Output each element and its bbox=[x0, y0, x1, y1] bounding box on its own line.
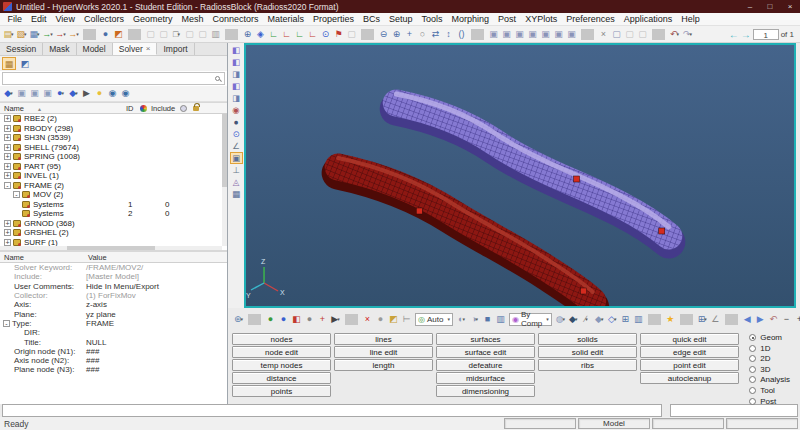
property-row[interactable]: Title: NULL bbox=[0, 337, 227, 346]
secondary-input[interactable] bbox=[670, 404, 798, 417]
toolbar-icon[interactable]: ▣▾ bbox=[552, 27, 565, 41]
menu-item[interactable]: Connectors bbox=[208, 14, 263, 24]
toolbar-icon[interactable]: ▢▾ bbox=[183, 27, 196, 41]
panel-button[interactable]: midsurface bbox=[436, 372, 535, 384]
view-tool-icon[interactable]: ●▾ bbox=[303, 312, 316, 326]
system-marker-4[interactable] bbox=[581, 288, 587, 294]
tree-row[interactable]: - MOV (2) bbox=[0, 190, 227, 200]
toolbar-icon[interactable]: ▣▾ bbox=[526, 27, 539, 41]
toolbar-icon[interactable]: ▢▾ bbox=[610, 27, 623, 41]
view-strip-icon[interactable]: ◧ bbox=[230, 80, 243, 92]
toolbar-icon[interactable]: ⚑▾ bbox=[332, 27, 345, 41]
toolbar-icon[interactable]: ▢▾ bbox=[196, 27, 209, 41]
tab-close-icon[interactable]: × bbox=[146, 44, 151, 53]
toolbar-icon[interactable]: ▢▾ bbox=[636, 27, 649, 41]
browser-tab[interactable]: Session bbox=[0, 43, 43, 55]
browser-view-icon[interactable]: ▦ bbox=[2, 57, 16, 70]
property-row[interactable]: Plane: yz plane bbox=[0, 309, 227, 318]
minimize-button[interactable]: – bbox=[740, 0, 760, 13]
command-input[interactable] bbox=[2, 404, 662, 417]
tree-expander[interactable]: + bbox=[4, 125, 11, 132]
globe-icon[interactable] bbox=[180, 105, 187, 112]
property-row[interactable]: Axis: z-axis bbox=[0, 300, 227, 309]
view-strip-icon[interactable]: ⊙ bbox=[230, 128, 243, 140]
system-marker-3[interactable] bbox=[416, 208, 422, 214]
page-radio[interactable]: 1D bbox=[749, 344, 790, 353]
page-radio[interactable]: Analysis bbox=[749, 375, 790, 384]
toolbar-icon[interactable]: ▢▾ bbox=[144, 27, 157, 41]
toolbar-icon[interactable]: ▦▾ bbox=[28, 27, 41, 41]
display-tool-icon[interactable]: ▥▾ bbox=[632, 312, 645, 326]
panel-button[interactable]: solid edit bbox=[538, 346, 637, 358]
toolbar-icon[interactable]: ▣▾ bbox=[539, 27, 552, 41]
display-tool-icon[interactable]: ⊞▾ bbox=[619, 312, 632, 326]
shade-mode-icon[interactable]: ▥▾ bbox=[494, 312, 507, 326]
toolbar-icon[interactable]: ⊖▾ bbox=[377, 27, 390, 41]
browser-display-icon[interactable]: ◉▾ bbox=[106, 87, 119, 101]
toolbar-icon[interactable]: ▧▾ bbox=[15, 27, 28, 41]
property-value[interactable]: yz plane bbox=[86, 310, 116, 319]
property-value[interactable]: ### bbox=[86, 347, 99, 356]
panel-button[interactable]: dimensioning bbox=[436, 385, 535, 397]
toolbar-icon[interactable]: ⊙▾ bbox=[319, 27, 332, 41]
panel-button[interactable]: defeature bbox=[436, 359, 535, 371]
tree-expander[interactable]: - bbox=[4, 182, 11, 189]
column-name[interactable]: Name bbox=[0, 104, 24, 113]
view-strip-icon[interactable]: ◬ bbox=[230, 176, 243, 188]
tree-expander[interactable]: + bbox=[4, 144, 11, 151]
page-back-icon[interactable]: ← bbox=[729, 29, 739, 40]
toolbar-icon[interactable]: ∟▾ bbox=[306, 27, 319, 41]
toolbar-icon[interactable]: ▾ bbox=[128, 29, 141, 40]
toolbar-icon[interactable]: ▣▾ bbox=[500, 27, 513, 41]
view-strip-icon[interactable]: ▣ bbox=[230, 152, 243, 164]
column-id[interactable]: ID bbox=[126, 104, 134, 113]
tree-expander[interactable]: - bbox=[13, 191, 20, 198]
view-strip-icon[interactable]: ▦ bbox=[230, 188, 243, 200]
toolbar-icon[interactable]: ↷▾ bbox=[681, 27, 694, 41]
tree-row[interactable]: + RBE2 (2) bbox=[0, 114, 227, 124]
display-tool-icon[interactable]: ∠▾ bbox=[709, 312, 722, 326]
shade-mode-icon[interactable]: ◐▾ bbox=[455, 312, 468, 326]
toolbar-icon[interactable]: ∟▾ bbox=[280, 27, 293, 41]
close-button[interactable]: × bbox=[780, 0, 800, 13]
menu-item[interactable]: Properties bbox=[308, 14, 358, 24]
toolbar-icon[interactable]: ⇄▾ bbox=[429, 27, 442, 41]
color-by-combo[interactable]: ◉ By Comp ▾ bbox=[509, 313, 552, 326]
browser-view-icon[interactable]: ◩ bbox=[18, 57, 32, 70]
toolbar-icon[interactable]: ×▾ bbox=[597, 27, 610, 41]
view-strip-icon[interactable]: ◨ bbox=[230, 92, 243, 104]
panel-button[interactable]: lines bbox=[334, 333, 433, 345]
display-tool-icon[interactable]: ◇▾ bbox=[606, 312, 619, 326]
view-strip-icon[interactable]: ◧ bbox=[230, 44, 243, 56]
tree-row[interactable]: + PART (95) bbox=[0, 162, 227, 172]
toolbar-icon[interactable]: ▥▾ bbox=[209, 27, 222, 41]
display-tool-icon[interactable]: ◆▾ bbox=[593, 312, 606, 326]
view-strip-icon[interactable]: ◨ bbox=[230, 68, 243, 80]
toolbar-icon[interactable]: ▢▾ bbox=[345, 27, 358, 41]
toolbar-icon[interactable]: ▣▾ bbox=[513, 27, 526, 41]
system-marker-1[interactable] bbox=[574, 176, 580, 182]
property-row[interactable]: Plane node (N3): ### bbox=[0, 365, 227, 374]
lock-icon[interactable] bbox=[193, 106, 199, 111]
page-radio[interactable]: Geom bbox=[749, 333, 790, 342]
property-row[interactable]: User Comments: Hide In Menu/Export bbox=[0, 282, 227, 291]
toolbar-icon[interactable]: □▾ bbox=[170, 27, 183, 41]
menu-item[interactable]: Morphing bbox=[447, 14, 494, 24]
zoom-step-icon[interactable]: − bbox=[780, 312, 793, 326]
toolbar-icon[interactable]: ▾ bbox=[83, 29, 96, 40]
property-value[interactable]: [Master Model] bbox=[86, 272, 139, 281]
display-tool-icon[interactable]: ↶▾ bbox=[767, 312, 780, 326]
view-strip-icon[interactable]: ⊥ bbox=[230, 164, 243, 176]
view-tool-icon[interactable]: ●▾ bbox=[264, 312, 277, 326]
browser-tool-icon[interactable]: ▣▾ bbox=[28, 87, 41, 101]
toolbar-icon[interactable]: ()▾ bbox=[455, 27, 468, 41]
menu-item[interactable]: Applications bbox=[619, 14, 677, 24]
view-tool-icon[interactable]: ×▾ bbox=[361, 312, 374, 326]
panel-button[interactable]: point edit bbox=[640, 359, 739, 371]
property-row[interactable]: Solver Keyword: /FRAME/MOV2/ bbox=[0, 263, 227, 272]
menu-item[interactable]: Edit bbox=[27, 14, 52, 24]
selection-mode-combo[interactable]: ◎ Auto ▾ bbox=[415, 313, 453, 326]
view-strip-icon[interactable]: ◉ bbox=[230, 104, 243, 116]
menu-item[interactable]: Post bbox=[494, 14, 521, 24]
browser-display-icon[interactable]: ◆▾ bbox=[67, 87, 80, 101]
